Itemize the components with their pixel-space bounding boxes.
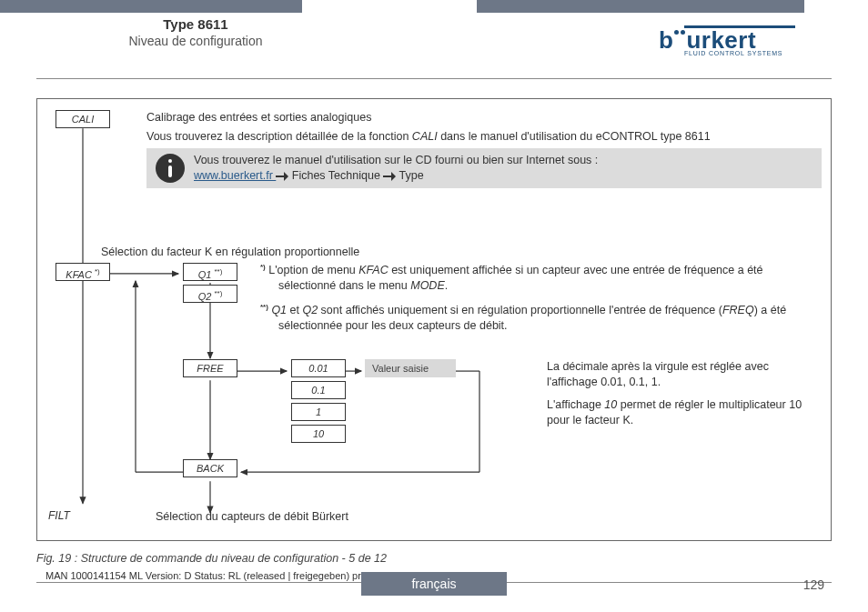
menu-box-free: FREE bbox=[183, 359, 237, 377]
manual-link[interactable]: www.buerkert.fr bbox=[194, 169, 276, 182]
title-block: Type 8611 Niveau de configuration bbox=[73, 16, 318, 48]
logo-tagline: FLUID CONTROL SYSTEMS bbox=[684, 50, 795, 56]
menu-box-back: BACK bbox=[183, 459, 237, 477]
info-icon bbox=[156, 154, 185, 183]
filt-label: FILT bbox=[48, 509, 70, 522]
top-color-bars bbox=[0, 0, 868, 13]
selection-2-label: Sélection du capteurs de débit Bürkert bbox=[156, 509, 348, 525]
menu-box-q2: Q2 **) bbox=[183, 285, 237, 303]
page-number: 129 bbox=[803, 577, 824, 592]
menu-box-cali: CALI bbox=[56, 110, 110, 128]
arrow-right-icon bbox=[383, 172, 396, 181]
star-notes: *) L'option de menu KFAC est uniquement … bbox=[260, 263, 822, 343]
page-header: Type 8611 Niveau de configuration burker… bbox=[36, 16, 832, 75]
menu-box-1: 1 bbox=[291, 403, 346, 421]
arrow-right-icon bbox=[276, 172, 288, 181]
menu-box-q1: Q1 **) bbox=[183, 263, 237, 281]
doc-title: Type 8611 bbox=[73, 16, 318, 32]
menu-box-kfac: KFAC *) bbox=[56, 263, 110, 281]
top-bar-right bbox=[477, 0, 804, 13]
diagram-panel: CALI KFAC *) Q1 **) Q2 **) FREE BACK 0.0… bbox=[36, 98, 832, 541]
manual-note-text: Vous trouverez le manuel d'utilisation s… bbox=[194, 153, 598, 184]
manual-note-box: Vous trouverez le manuel d'utilisation s… bbox=[146, 148, 822, 188]
menu-box-0-1: 0.1 bbox=[291, 381, 346, 399]
doc-subtitle: Niveau de configuration bbox=[73, 34, 318, 48]
top-bar-left bbox=[0, 0, 302, 13]
intro-line-1: Calibrage des entrées et sorties analogi… bbox=[146, 110, 822, 125]
header-divider bbox=[36, 78, 832, 79]
figure-caption: Fig. 19 : Structure de commande du nivea… bbox=[36, 552, 387, 565]
decimal-note: La décimale après la virgule est réglée … bbox=[547, 359, 822, 436]
burkert-logo: burkert FLUID CONTROL SYSTEMS bbox=[659, 25, 795, 56]
menu-box-10: 10 bbox=[291, 425, 346, 443]
value-entry-label: Valeur saisie bbox=[365, 359, 456, 377]
selection-1-label: Sélection du facteur K en régulation pro… bbox=[101, 245, 359, 260]
intro-line-2: Vous trouverez la description détaillée … bbox=[146, 129, 822, 145]
menu-box-0-01: 0.01 bbox=[291, 359, 346, 377]
language-tab: français bbox=[361, 572, 507, 596]
